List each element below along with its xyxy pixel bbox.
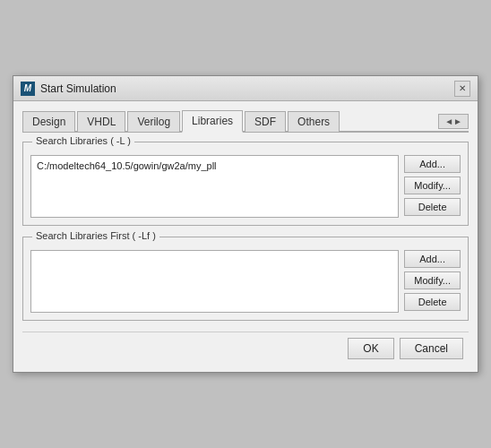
main-window: M Start Simulation ✕ Design VHDL Verilog… bbox=[13, 75, 478, 373]
close-button[interactable]: ✕ bbox=[454, 81, 470, 97]
search-libraries-first-buttons: Add... Modify... Delete bbox=[404, 250, 461, 313]
search-libraries-content: C:/modeltech64_10.5/gowin/gw2a/my_pll Ad… bbox=[23, 142, 468, 225]
search-libraries-first-group: Search Libraries First ( -Lf ) Add... Mo… bbox=[22, 237, 469, 321]
title-bar-left: M Start Simulation bbox=[21, 82, 116, 96]
search-libraries-first-content: Add... Modify... Delete bbox=[23, 237, 468, 320]
window-title: Start Simulation bbox=[40, 82, 116, 95]
tab-verilog[interactable]: Verilog bbox=[127, 111, 180, 132]
search-libraries-first-list[interactable] bbox=[30, 250, 399, 313]
cancel-button[interactable]: Cancel bbox=[400, 338, 463, 359]
ok-button[interactable]: OK bbox=[348, 338, 393, 359]
search-libraries-first-delete-button[interactable]: Delete bbox=[404, 293, 461, 311]
search-libraries-buttons: Add... Modify... Delete bbox=[404, 155, 461, 218]
search-libraries-first-legend: Search Libraries First ( -Lf ) bbox=[32, 230, 159, 241]
search-libraries-first-modify-button[interactable]: Modify... bbox=[404, 271, 461, 289]
search-libraries-first-add-button[interactable]: Add... bbox=[404, 250, 461, 268]
search-libraries-legend: Search Libraries ( -L ) bbox=[32, 135, 134, 146]
tab-libraries[interactable]: Libraries bbox=[182, 110, 243, 133]
tab-design[interactable]: Design bbox=[22, 111, 75, 132]
search-libraries-modify-button[interactable]: Modify... bbox=[404, 177, 461, 194]
tabs-container: Design VHDL Verilog Libraries SDF Others bbox=[22, 108, 341, 131]
tab-nav-button[interactable]: ◄► bbox=[438, 114, 469, 129]
title-bar: M Start Simulation ✕ bbox=[13, 76, 478, 101]
tab-sdf[interactable]: SDF bbox=[245, 111, 286, 132]
search-libraries-add-button[interactable]: Add... bbox=[404, 155, 461, 173]
app-icon: M bbox=[21, 82, 35, 96]
search-libraries-delete-button[interactable]: Delete bbox=[404, 198, 461, 216]
tab-bar: Design VHDL Verilog Libraries SDF Others… bbox=[22, 108, 469, 133]
list-item: C:/modeltech64_10.5/gowin/gw2a/my_pll bbox=[35, 159, 394, 172]
search-libraries-list[interactable]: C:/modeltech64_10.5/gowin/gw2a/my_pll bbox=[30, 155, 399, 218]
window-content: Design VHDL Verilog Libraries SDF Others… bbox=[13, 101, 478, 372]
tab-others[interactable]: Others bbox=[288, 111, 340, 132]
bottom-bar: OK Cancel bbox=[22, 332, 469, 363]
tab-vhdl[interactable]: VHDL bbox=[77, 111, 125, 132]
search-libraries-group: Search Libraries ( -L ) C:/modeltech64_1… bbox=[22, 142, 469, 226]
